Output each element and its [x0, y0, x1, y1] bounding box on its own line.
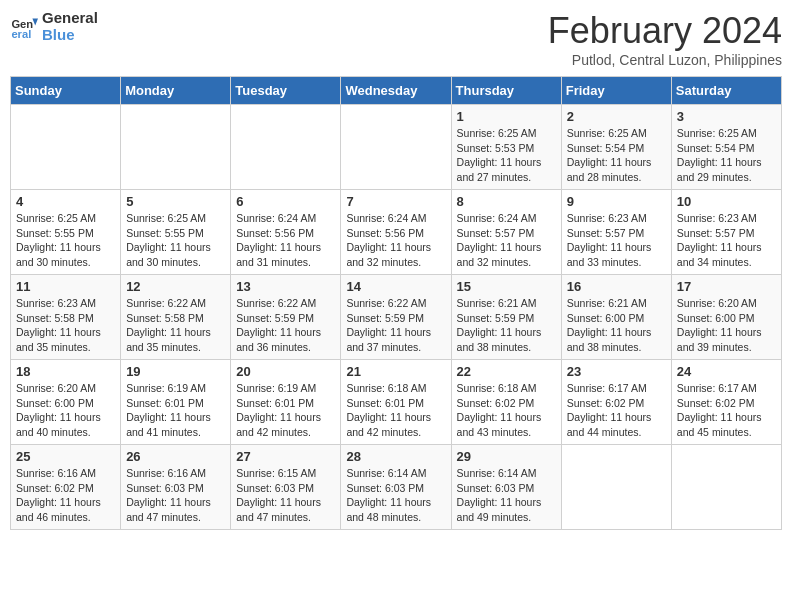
day-info: Sunrise: 6:19 AM Sunset: 6:01 PM Dayligh… — [236, 381, 335, 440]
calendar-cell: 25Sunrise: 6:16 AM Sunset: 6:02 PM Dayli… — [11, 445, 121, 530]
day-header-wednesday: Wednesday — [341, 77, 451, 105]
day-info: Sunrise: 6:23 AM Sunset: 5:58 PM Dayligh… — [16, 296, 115, 355]
day-info: Sunrise: 6:16 AM Sunset: 6:02 PM Dayligh… — [16, 466, 115, 525]
day-info: Sunrise: 6:14 AM Sunset: 6:03 PM Dayligh… — [457, 466, 556, 525]
header-row: SundayMondayTuesdayWednesdayThursdayFrid… — [11, 77, 782, 105]
day-header-monday: Monday — [121, 77, 231, 105]
calendar-week-4: 25Sunrise: 6:16 AM Sunset: 6:02 PM Dayli… — [11, 445, 782, 530]
svg-text:eral: eral — [11, 28, 31, 40]
day-info: Sunrise: 6:20 AM Sunset: 6:00 PM Dayligh… — [677, 296, 776, 355]
day-info: Sunrise: 6:17 AM Sunset: 6:02 PM Dayligh… — [677, 381, 776, 440]
day-header-thursday: Thursday — [451, 77, 561, 105]
day-info: Sunrise: 6:20 AM Sunset: 6:00 PM Dayligh… — [16, 381, 115, 440]
day-info: Sunrise: 6:21 AM Sunset: 6:00 PM Dayligh… — [567, 296, 666, 355]
calendar-cell: 20Sunrise: 6:19 AM Sunset: 6:01 PM Dayli… — [231, 360, 341, 445]
day-info: Sunrise: 6:23 AM Sunset: 5:57 PM Dayligh… — [567, 211, 666, 270]
day-info: Sunrise: 6:24 AM Sunset: 5:56 PM Dayligh… — [236, 211, 335, 270]
day-info: Sunrise: 6:22 AM Sunset: 5:59 PM Dayligh… — [236, 296, 335, 355]
calendar-cell: 16Sunrise: 6:21 AM Sunset: 6:00 PM Dayli… — [561, 275, 671, 360]
day-number: 10 — [677, 194, 776, 209]
logo-icon: Gen eral — [10, 13, 38, 41]
calendar-cell: 15Sunrise: 6:21 AM Sunset: 5:59 PM Dayli… — [451, 275, 561, 360]
calendar-cell: 29Sunrise: 6:14 AM Sunset: 6:03 PM Dayli… — [451, 445, 561, 530]
calendar-cell — [671, 445, 781, 530]
calendar-cell: 11Sunrise: 6:23 AM Sunset: 5:58 PM Dayli… — [11, 275, 121, 360]
calendar-cell: 23Sunrise: 6:17 AM Sunset: 6:02 PM Dayli… — [561, 360, 671, 445]
calendar-cell: 28Sunrise: 6:14 AM Sunset: 6:03 PM Dayli… — [341, 445, 451, 530]
calendar-cell: 6Sunrise: 6:24 AM Sunset: 5:56 PM Daylig… — [231, 190, 341, 275]
day-info: Sunrise: 6:25 AM Sunset: 5:55 PM Dayligh… — [16, 211, 115, 270]
calendar-cell: 7Sunrise: 6:24 AM Sunset: 5:56 PM Daylig… — [341, 190, 451, 275]
day-number: 18 — [16, 364, 115, 379]
calendar-cell: 26Sunrise: 6:16 AM Sunset: 6:03 PM Dayli… — [121, 445, 231, 530]
day-number: 12 — [126, 279, 225, 294]
calendar-cell: 22Sunrise: 6:18 AM Sunset: 6:02 PM Dayli… — [451, 360, 561, 445]
day-number: 24 — [677, 364, 776, 379]
calendar-cell — [231, 105, 341, 190]
calendar-cell — [561, 445, 671, 530]
day-number: 22 — [457, 364, 556, 379]
day-number: 9 — [567, 194, 666, 209]
calendar-table: SundayMondayTuesdayWednesdayThursdayFrid… — [10, 76, 782, 530]
day-info: Sunrise: 6:21 AM Sunset: 5:59 PM Dayligh… — [457, 296, 556, 355]
calendar-title: February 2024 — [548, 10, 782, 52]
day-number: 5 — [126, 194, 225, 209]
day-number: 27 — [236, 449, 335, 464]
day-info: Sunrise: 6:25 AM Sunset: 5:54 PM Dayligh… — [677, 126, 776, 185]
header: Gen eral General Blue February 2024 Putl… — [10, 10, 782, 68]
day-info: Sunrise: 6:14 AM Sunset: 6:03 PM Dayligh… — [346, 466, 445, 525]
calendar-cell: 4Sunrise: 6:25 AM Sunset: 5:55 PM Daylig… — [11, 190, 121, 275]
calendar-week-1: 4Sunrise: 6:25 AM Sunset: 5:55 PM Daylig… — [11, 190, 782, 275]
svg-marker-2 — [32, 18, 38, 25]
day-info: Sunrise: 6:24 AM Sunset: 5:56 PM Dayligh… — [346, 211, 445, 270]
day-number: 4 — [16, 194, 115, 209]
day-header-saturday: Saturday — [671, 77, 781, 105]
day-number: 8 — [457, 194, 556, 209]
day-info: Sunrise: 6:25 AM Sunset: 5:55 PM Dayligh… — [126, 211, 225, 270]
day-number: 29 — [457, 449, 556, 464]
day-info: Sunrise: 6:25 AM Sunset: 5:54 PM Dayligh… — [567, 126, 666, 185]
logo-general: General — [42, 9, 98, 26]
day-info: Sunrise: 6:18 AM Sunset: 6:02 PM Dayligh… — [457, 381, 556, 440]
calendar-cell: 5Sunrise: 6:25 AM Sunset: 5:55 PM Daylig… — [121, 190, 231, 275]
calendar-subtitle: Putlod, Central Luzon, Philippines — [548, 52, 782, 68]
calendar-cell: 9Sunrise: 6:23 AM Sunset: 5:57 PM Daylig… — [561, 190, 671, 275]
day-info: Sunrise: 6:25 AM Sunset: 5:53 PM Dayligh… — [457, 126, 556, 185]
calendar-week-2: 11Sunrise: 6:23 AM Sunset: 5:58 PM Dayli… — [11, 275, 782, 360]
day-number: 6 — [236, 194, 335, 209]
day-number: 13 — [236, 279, 335, 294]
day-number: 28 — [346, 449, 445, 464]
calendar-cell: 13Sunrise: 6:22 AM Sunset: 5:59 PM Dayli… — [231, 275, 341, 360]
calendar-cell — [121, 105, 231, 190]
day-header-sunday: Sunday — [11, 77, 121, 105]
day-number: 25 — [16, 449, 115, 464]
day-number: 14 — [346, 279, 445, 294]
day-info: Sunrise: 6:24 AM Sunset: 5:57 PM Dayligh… — [457, 211, 556, 270]
day-header-friday: Friday — [561, 77, 671, 105]
day-number: 11 — [16, 279, 115, 294]
day-number: 3 — [677, 109, 776, 124]
calendar-cell: 2Sunrise: 6:25 AM Sunset: 5:54 PM Daylig… — [561, 105, 671, 190]
calendar-week-0: 1Sunrise: 6:25 AM Sunset: 5:53 PM Daylig… — [11, 105, 782, 190]
calendar-cell — [11, 105, 121, 190]
day-number: 26 — [126, 449, 225, 464]
calendar-cell: 10Sunrise: 6:23 AM Sunset: 5:57 PM Dayli… — [671, 190, 781, 275]
day-number: 19 — [126, 364, 225, 379]
day-number: 15 — [457, 279, 556, 294]
calendar-cell: 21Sunrise: 6:18 AM Sunset: 6:01 PM Dayli… — [341, 360, 451, 445]
calendar-cell: 1Sunrise: 6:25 AM Sunset: 5:53 PM Daylig… — [451, 105, 561, 190]
calendar-cell: 12Sunrise: 6:22 AM Sunset: 5:58 PM Dayli… — [121, 275, 231, 360]
day-header-tuesday: Tuesday — [231, 77, 341, 105]
day-info: Sunrise: 6:17 AM Sunset: 6:02 PM Dayligh… — [567, 381, 666, 440]
calendar-cell: 14Sunrise: 6:22 AM Sunset: 5:59 PM Dayli… — [341, 275, 451, 360]
day-info: Sunrise: 6:22 AM Sunset: 5:58 PM Dayligh… — [126, 296, 225, 355]
title-area: February 2024 Putlod, Central Luzon, Phi… — [548, 10, 782, 68]
day-number: 20 — [236, 364, 335, 379]
logo: Gen eral General Blue — [10, 10, 98, 43]
calendar-cell: 3Sunrise: 6:25 AM Sunset: 5:54 PM Daylig… — [671, 105, 781, 190]
day-info: Sunrise: 6:16 AM Sunset: 6:03 PM Dayligh… — [126, 466, 225, 525]
calendar-cell: 19Sunrise: 6:19 AM Sunset: 6:01 PM Dayli… — [121, 360, 231, 445]
day-info: Sunrise: 6:19 AM Sunset: 6:01 PM Dayligh… — [126, 381, 225, 440]
day-info: Sunrise: 6:22 AM Sunset: 5:59 PM Dayligh… — [346, 296, 445, 355]
day-number: 21 — [346, 364, 445, 379]
